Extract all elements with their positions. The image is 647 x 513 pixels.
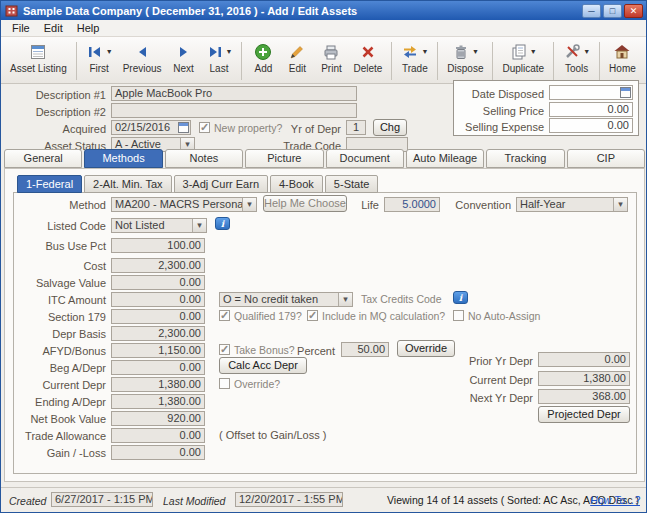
yr-of-depr-field[interactable]: 1 [346,120,366,135]
bus-use-pct-label: Bus Use Pct [13,239,106,253]
toolbar-dispose-button[interactable]: ▼ Dispose [442,39,488,75]
dropdown-caret-icon: ▼ [106,48,113,55]
tab-cip[interactable]: CIP [567,149,645,168]
acquired-date-field[interactable]: 02/15/2016 [111,120,191,135]
percent-field[interactable]: 50.00 [341,342,389,357]
tab-document[interactable]: Document [326,149,404,168]
toolbar-delete-button[interactable]: Delete [348,39,387,75]
tab-auto-mileage[interactable]: Auto Mileage [406,149,484,168]
selling-price-field[interactable]: 0.00 [549,102,633,117]
selling-price-label: Selling Price [458,104,544,118]
toolbar-asset-listing-button[interactable]: Asset Listing [5,39,72,75]
menu-edit[interactable]: Edit [37,21,70,35]
trade-allowance-field[interactable]: 0.00 [111,428,205,443]
gain-loss-field[interactable]: 0.00 [111,445,205,460]
calc-acc-depr-button[interactable]: Calc Acc Depr [219,357,307,374]
toolbar-separator [599,42,600,80]
subtab-alt-min-tax[interactable]: 2-Alt. Min. Tax [84,175,172,193]
toolbar-label: First [89,63,108,74]
subtab-book[interactable]: 4-Book [270,175,323,193]
how-to-link[interactable]: How To...? [590,494,640,506]
take-bonus-checkbox[interactable] [219,344,230,355]
description2-field[interactable] [111,103,357,118]
toolbar-next-button[interactable]: Next [167,39,201,75]
tab-general[interactable]: General [4,149,82,168]
description1-label: Description #1 [9,88,106,102]
toolbar-duplicate-button[interactable]: ▼ Duplicate [497,39,549,75]
calendar-icon[interactable] [178,122,189,133]
toolbar-home-button[interactable]: Home [604,39,641,75]
depr-basis-field[interactable]: 2,300.00 [111,326,205,341]
tab-picture[interactable]: Picture [245,149,323,168]
next-record-icon [175,43,193,61]
ending-a-depr-field[interactable]: 1,380.00 [111,394,205,409]
toolbar-label: Duplicate [502,63,544,74]
itc-amount-label: ITC Amount [13,293,106,307]
section-179-label: Section 179 [13,310,106,324]
title-bar[interactable]: Sample Data Company ( December 31, 2016 … [1,1,646,20]
next-yr-depr-field[interactable]: 368.00 [538,389,630,404]
toolbar-tools-button[interactable]: ▼ Tools [558,39,595,75]
yr-of-depr-label: Yr of Depr [269,122,341,136]
toolbar-print-button[interactable]: Print [314,39,348,75]
toolbar-last-button[interactable]: ▼ Last [201,39,238,75]
selling-expense-label: Selling Expense [456,120,544,134]
subtab-federal[interactable]: 1-Federal [17,175,82,193]
new-property-checkbox[interactable] [199,122,210,133]
subtab-state[interactable]: 5-State [325,175,378,193]
toolbar-previous-button[interactable]: Previous [118,39,167,75]
qualified-179-label: Qualified 179? [234,310,302,323]
menu-bar: File Edit Help [1,20,646,37]
itc-amount-field[interactable]: 0.00 [111,292,205,307]
beg-a-depr-field[interactable]: 0.00 [111,360,205,375]
home-icon [613,43,631,61]
tax-credits-code-label: Tax Credits Code [361,293,442,306]
toolbar-edit-button[interactable]: Edit [280,39,314,75]
salvage-value-field[interactable]: 0.00 [111,275,205,290]
toolbar-trade-button[interactable]: ▼ Trade [396,39,433,75]
subtab-adj-curr-earn[interactable]: 3-Adj Curr Earn [174,175,268,193]
toolbar-label: Home [609,63,636,74]
menu-file[interactable]: File [5,21,37,35]
cost-field[interactable]: 2,300.00 [111,258,205,273]
afyd-bonus-label: AFYD/Bonus [13,344,106,358]
listed-code-dropdown[interactable]: Not Listed [111,218,207,233]
life-field[interactable]: 5.0000 [384,197,440,212]
net-book-value-field[interactable]: 920.00 [111,411,205,426]
main-toolbar: Asset Listing ▼ First Previous Next ▼ La… [1,37,646,84]
close-button[interactable]: ✕ [624,4,643,18]
salvage-value-label: Salvage Value [13,276,106,290]
override-checkbox[interactable] [219,378,230,389]
method-dropdown[interactable]: MA200 - MACRS Personal [111,197,257,212]
minimize-button[interactable]: ─ [582,4,601,18]
prior-yr-depr-field[interactable]: 0.00 [538,352,630,367]
toolbar-first-button[interactable]: ▼ First [81,39,118,75]
projected-depr-button[interactable]: Projected Depr [538,406,630,423]
date-disposed-field[interactable] [549,85,633,100]
listed-code-info-icon[interactable]: i [215,217,230,230]
tab-methods[interactable]: Methods [84,149,162,168]
maximize-button[interactable]: □ [603,4,622,18]
toolbar-add-button[interactable]: Add [246,39,280,75]
afyd-bonus-field[interactable]: 1,150.00 [111,343,205,358]
no-auto-assign-checkbox[interactable] [453,310,464,321]
include-mq-checkbox[interactable] [307,310,318,321]
current-yr-depr-field[interactable]: 1,380.00 [538,371,630,386]
current-depr-field[interactable]: 1,380.00 [111,377,205,392]
help-me-choose-button[interactable]: Help Me Choose [263,195,347,212]
tax-credit-dropdown[interactable]: O = No credit taken [219,292,353,307]
section-179-field[interactable]: 0.00 [111,309,205,324]
tax-credits-info-icon[interactable]: i [453,291,468,304]
menu-help[interactable]: Help [70,21,107,35]
tab-tracking[interactable]: Tracking [486,149,564,168]
selling-expense-field[interactable]: 0.00 [549,118,633,133]
calendar-icon[interactable] [620,87,631,98]
tab-notes[interactable]: Notes [165,149,243,168]
convention-dropdown[interactable]: Half-Year [516,197,628,212]
qualified-179-checkbox[interactable] [219,310,230,321]
toolbar-separator [492,42,493,80]
bus-use-pct-field[interactable]: 100.00 [111,238,205,253]
chg-button[interactable]: Chg [373,119,407,136]
prior-yr-depr-label: Prior Yr Depr [439,354,533,368]
description1-field[interactable]: Apple MacBook Pro [111,86,357,101]
